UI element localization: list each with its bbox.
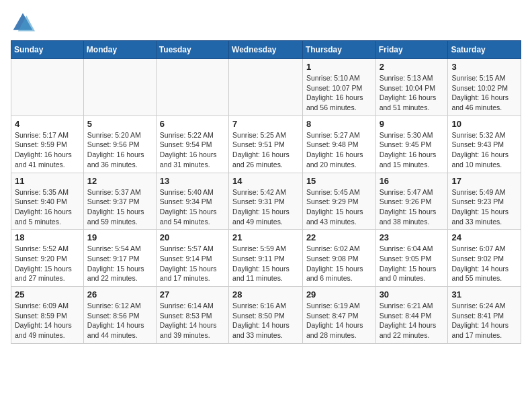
day-info: Sunrise: 5:32 AM Sunset: 9:43 PM Dayligh…	[451, 130, 517, 170]
calendar-cell: 27Sunrise: 6:14 AM Sunset: 8:53 PM Dayli…	[156, 287, 228, 344]
day-number: 5	[87, 119, 152, 129]
day-number: 30	[380, 289, 445, 300]
day-info: Sunrise: 6:14 AM Sunset: 8:53 PM Dayligh…	[160, 301, 225, 340]
calendar-cell: 31Sunrise: 6:24 AM Sunset: 8:41 PM Dayli…	[448, 287, 521, 344]
calendar-week-3: 11Sunrise: 5:35 AM Sunset: 9:40 PM Dayli…	[11, 173, 521, 230]
calendar-cell: 19Sunrise: 5:54 AM Sunset: 9:17 PM Dayli…	[83, 230, 156, 287]
day-number: 29	[306, 289, 372, 300]
day-number: 7	[232, 119, 299, 129]
day-info: Sunrise: 5:37 AM Sunset: 9:37 PM Dayligh…	[87, 187, 152, 227]
day-number: 28	[232, 289, 299, 300]
day-number: 18	[15, 232, 80, 242]
day-number: 9	[380, 119, 445, 129]
day-number: 3	[451, 62, 517, 72]
day-info: Sunrise: 5:45 AM Sunset: 9:29 PM Dayligh…	[306, 187, 372, 227]
day-info: Sunrise: 5:22 AM Sunset: 9:54 PM Dayligh…	[160, 130, 225, 170]
day-header-friday: Friday	[375, 41, 448, 59]
day-info: Sunrise: 5:10 AM Sunset: 10:07 PM Daylig…	[306, 73, 372, 113]
day-info: Sunrise: 6:16 AM Sunset: 8:50 PM Dayligh…	[232, 301, 299, 340]
calendar-cell: 13Sunrise: 5:40 AM Sunset: 9:34 PM Dayli…	[156, 173, 228, 230]
day-info: Sunrise: 6:21 AM Sunset: 8:44 PM Dayligh…	[380, 301, 445, 340]
day-info: Sunrise: 5:25 AM Sunset: 9:51 PM Dayligh…	[232, 130, 299, 170]
day-info: Sunrise: 5:54 AM Sunset: 9:17 PM Dayligh…	[87, 244, 152, 283]
day-number: 4	[15, 119, 80, 129]
day-info: Sunrise: 6:04 AM Sunset: 9:05 PM Dayligh…	[380, 244, 445, 283]
calendar-cell: 10Sunrise: 5:32 AM Sunset: 9:43 PM Dayli…	[448, 116, 521, 173]
calendar-cell: 16Sunrise: 5:47 AM Sunset: 9:26 PM Dayli…	[375, 173, 448, 230]
day-info: Sunrise: 5:47 AM Sunset: 9:26 PM Dayligh…	[380, 187, 445, 227]
day-number: 1	[306, 62, 372, 72]
day-info: Sunrise: 5:20 AM Sunset: 9:56 PM Dayligh…	[87, 130, 152, 170]
day-info: Sunrise: 5:35 AM Sunset: 9:40 PM Dayligh…	[15, 187, 80, 227]
calendar-cell: 17Sunrise: 5:49 AM Sunset: 9:23 PM Dayli…	[448, 173, 521, 230]
calendar-cell: 14Sunrise: 5:42 AM Sunset: 9:31 PM Dayli…	[229, 173, 303, 230]
day-info: Sunrise: 5:42 AM Sunset: 9:31 PM Dayligh…	[232, 187, 299, 227]
day-number: 19	[87, 232, 152, 242]
calendar-cell	[83, 59, 156, 116]
calendar-cell: 24Sunrise: 6:07 AM Sunset: 9:02 PM Dayli…	[448, 230, 521, 287]
day-number: 22	[306, 232, 372, 242]
day-info: Sunrise: 6:02 AM Sunset: 9:08 PM Dayligh…	[306, 244, 372, 283]
calendar-cell: 9Sunrise: 5:30 AM Sunset: 9:45 PM Daylig…	[375, 116, 448, 173]
calendar-cell: 1Sunrise: 5:10 AM Sunset: 10:07 PM Dayli…	[302, 59, 375, 116]
day-info: Sunrise: 5:52 AM Sunset: 9:20 PM Dayligh…	[15, 244, 80, 283]
calendar-cell: 22Sunrise: 6:02 AM Sunset: 9:08 PM Dayli…	[302, 230, 375, 287]
calendar-cell: 26Sunrise: 6:12 AM Sunset: 8:56 PM Dayli…	[83, 287, 156, 344]
day-header-tuesday: Tuesday	[156, 41, 228, 59]
calendar-cell: 28Sunrise: 6:16 AM Sunset: 8:50 PM Dayli…	[229, 287, 303, 344]
calendar-header-row: SundayMondayTuesdayWednesdayThursdayFrid…	[11, 41, 521, 59]
day-number: 21	[232, 232, 299, 242]
calendar-cell: 7Sunrise: 5:25 AM Sunset: 9:51 PM Daylig…	[229, 116, 303, 173]
day-header-sunday: Sunday	[11, 41, 84, 59]
day-info: Sunrise: 5:49 AM Sunset: 9:23 PM Dayligh…	[451, 187, 517, 227]
day-info: Sunrise: 5:30 AM Sunset: 9:45 PM Dayligh…	[380, 130, 445, 170]
day-number: 17	[451, 176, 517, 186]
day-number: 14	[232, 176, 299, 186]
day-info: Sunrise: 6:09 AM Sunset: 8:59 PM Dayligh…	[15, 301, 80, 340]
day-number: 24	[451, 232, 517, 242]
day-number: 10	[451, 119, 517, 129]
calendar-cell: 30Sunrise: 6:21 AM Sunset: 8:44 PM Dayli…	[375, 287, 448, 344]
calendar-cell: 20Sunrise: 5:57 AM Sunset: 9:14 PM Dayli…	[156, 230, 228, 287]
calendar-week-4: 18Sunrise: 5:52 AM Sunset: 9:20 PM Dayli…	[11, 230, 521, 287]
day-header-wednesday: Wednesday	[229, 41, 303, 59]
logo	[11, 11, 38, 35]
calendar-cell	[11, 59, 84, 116]
day-info: Sunrise: 5:13 AM Sunset: 10:04 PM Daylig…	[380, 73, 445, 113]
day-number: 26	[87, 289, 152, 300]
day-header-monday: Monday	[83, 41, 156, 59]
day-header-thursday: Thursday	[302, 41, 375, 59]
calendar-cell: 2Sunrise: 5:13 AM Sunset: 10:04 PM Dayli…	[375, 59, 448, 116]
calendar-cell: 21Sunrise: 5:59 AM Sunset: 9:11 PM Dayli…	[229, 230, 303, 287]
day-number: 12	[87, 176, 152, 186]
calendar-cell: 11Sunrise: 5:35 AM Sunset: 9:40 PM Dayli…	[11, 173, 84, 230]
day-info: Sunrise: 5:27 AM Sunset: 9:48 PM Dayligh…	[306, 130, 372, 170]
calendar-cell: 6Sunrise: 5:22 AM Sunset: 9:54 PM Daylig…	[156, 116, 228, 173]
calendar-cell: 8Sunrise: 5:27 AM Sunset: 9:48 PM Daylig…	[302, 116, 375, 173]
calendar-cell	[156, 59, 228, 116]
day-info: Sunrise: 6:24 AM Sunset: 8:41 PM Dayligh…	[451, 301, 517, 340]
calendar-cell: 29Sunrise: 6:19 AM Sunset: 8:47 PM Dayli…	[302, 287, 375, 344]
calendar-table: SundayMondayTuesdayWednesdayThursdayFrid…	[11, 40, 521, 344]
calendar-week-5: 25Sunrise: 6:09 AM Sunset: 8:59 PM Dayli…	[11, 287, 521, 344]
day-number: 6	[160, 119, 225, 129]
page-header	[11, 11, 521, 35]
calendar-cell: 3Sunrise: 5:15 AM Sunset: 10:02 PM Dayli…	[448, 59, 521, 116]
day-header-saturday: Saturday	[448, 41, 521, 59]
calendar-cell: 12Sunrise: 5:37 AM Sunset: 9:37 PM Dayli…	[83, 173, 156, 230]
day-info: Sunrise: 6:07 AM Sunset: 9:02 PM Dayligh…	[451, 244, 517, 283]
day-info: Sunrise: 6:12 AM Sunset: 8:56 PM Dayligh…	[87, 301, 152, 340]
day-number: 2	[380, 62, 445, 72]
logo-icon	[11, 11, 35, 35]
day-number: 15	[306, 176, 372, 186]
day-info: Sunrise: 5:59 AM Sunset: 9:11 PM Dayligh…	[232, 244, 299, 283]
calendar-cell: 23Sunrise: 6:04 AM Sunset: 9:05 PM Dayli…	[375, 230, 448, 287]
day-number: 25	[15, 289, 80, 300]
calendar-cell: 5Sunrise: 5:20 AM Sunset: 9:56 PM Daylig…	[83, 116, 156, 173]
day-info: Sunrise: 5:17 AM Sunset: 9:59 PM Dayligh…	[15, 130, 80, 170]
calendar-cell	[229, 59, 303, 116]
day-number: 31	[451, 289, 517, 300]
calendar-cell: 4Sunrise: 5:17 AM Sunset: 9:59 PM Daylig…	[11, 116, 84, 173]
day-number: 23	[380, 232, 445, 242]
day-number: 27	[160, 289, 225, 300]
